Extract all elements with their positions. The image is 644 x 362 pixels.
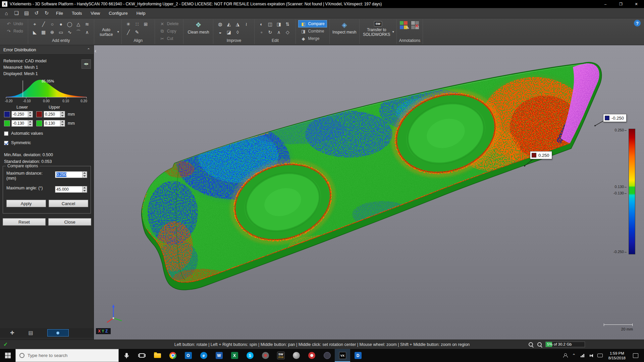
upper-min-color-swatch[interactable]: [36, 120, 42, 126]
cancel-button[interactable]: Cancel: [49, 200, 88, 207]
notification-center-icon[interactable]: [633, 353, 638, 358]
entity-rectangle-icon[interactable]: ▭: [57, 28, 65, 36]
copy-button[interactable]: ⧉ Copy: [157, 27, 181, 35]
start-button[interactable]: [0, 349, 15, 362]
transfer-solidworks-button[interactable]: SW Transfer to SOLIDWORKS ▾: [360, 19, 397, 44]
align-line-icon[interactable]: ╱: [124, 28, 133, 36]
volume-icon[interactable]: [587, 354, 596, 357]
upper-min-value[interactable]: 0.130: [44, 120, 60, 126]
taskbar-app-media[interactable]: [304, 349, 319, 362]
auto-surface-dropdown-icon[interactable]: ▾: [117, 30, 119, 34]
lower-min-input[interactable]: -0.130: [11, 120, 33, 127]
improve-smooth-icon[interactable]: ◭: [224, 20, 233, 28]
taskbar-app-word[interactable]: W: [211, 349, 227, 362]
improve-edges-icon[interactable]: ≀: [242, 20, 251, 28]
taskbar-clock[interactable]: 1:59 PM 8/15/2018: [604, 351, 630, 360]
entity-surface-icon[interactable]: ≋: [83, 20, 92, 28]
histogram-toggle-button[interactable]: ◀|▶: [82, 59, 91, 69]
show-hidden-icons-caret[interactable]: ⌃: [570, 353, 578, 358]
panel-tool-compare-toggle[interactable]: [47, 329, 69, 337]
close-panel-button[interactable]: Close: [48, 218, 91, 226]
entity-triangle-icon[interactable]: ◣: [31, 28, 39, 36]
deviation-annotation-min[interactable]: 0.250: [530, 151, 552, 159]
symmetric-checkbox[interactable]: Symmetric: [4, 140, 31, 145]
checkbox-unchecked[interactable]: [4, 131, 8, 136]
edit-tool-icon[interactable]: ◐: [257, 20, 266, 28]
taskbar-app-outlook[interactable]: O: [180, 349, 196, 362]
lower-max-value[interactable]: -0.250: [12, 111, 28, 117]
edit-tool-icon[interactable]: ▫: [257, 28, 266, 36]
entity-cone-icon[interactable]: △: [74, 20, 83, 28]
edit-tool-icon[interactable]: ◇: [283, 28, 292, 36]
taskbar-app-camera[interactable]: [258, 349, 273, 362]
inspect-mesh-button[interactable]: ◈ Inspect mesh: [330, 19, 360, 44]
lower-min-value[interactable]: -0.130: [12, 120, 28, 126]
taskbar-app-dark[interactable]: [319, 349, 335, 362]
lower-min-color-swatch[interactable]: [4, 120, 10, 126]
align-surface-icon[interactable]: ⊞: [142, 20, 150, 28]
spinner-down-icon[interactable]: [28, 123, 33, 126]
combine-button[interactable]: ◨ Combine: [298, 27, 327, 35]
taskbar-app-solidworks[interactable]: SW 2018: [273, 349, 288, 362]
entity-grid-icon[interactable]: ▦: [39, 28, 48, 36]
spinner-down-icon[interactable]: [60, 123, 65, 126]
entity-circle-icon[interactable]: ○: [48, 20, 57, 28]
add-annotation-icon[interactable]: ✎: [400, 21, 408, 29]
entity-line-icon[interactable]: ╱: [39, 20, 48, 28]
menu-configure[interactable]: Configure: [104, 11, 132, 16]
automatic-values-checkbox[interactable]: Automatic values: [4, 131, 43, 136]
lower-max-input[interactable]: -0.250: [11, 111, 33, 118]
spinner-up-icon[interactable]: [60, 111, 65, 114]
apply-button[interactable]: Apply: [6, 200, 46, 207]
home-icon[interactable]: ⌂: [1, 10, 11, 16]
upper-max-input[interactable]: 0.250: [44, 111, 65, 118]
panel-header[interactable]: Error Distribution ⌃: [0, 45, 94, 55]
microphone-button[interactable]: [119, 349, 134, 362]
checkbox-checked[interactable]: [4, 141, 8, 145]
spinner-up-icon[interactable]: [28, 120, 33, 123]
zoom-out-icon[interactable]: [528, 342, 534, 348]
user-icon[interactable]: [561, 353, 570, 358]
restore-button[interactable]: ❐: [613, 0, 629, 8]
improve-boundary-icon[interactable]: ◒: [216, 28, 224, 36]
entity-vector-icon[interactable]: ∧: [83, 28, 92, 36]
align-points-icon[interactable]: ∷: [133, 20, 142, 28]
help-icon[interactable]: ?: [634, 20, 641, 26]
edit-tool-icon[interactable]: ◫: [266, 20, 274, 28]
delete-button[interactable]: ✕ Delete: [157, 20, 181, 27]
improve-spikes-icon[interactable]: ◊: [233, 28, 242, 36]
menu-help[interactable]: Help: [132, 11, 150, 16]
improve-patch-icon[interactable]: ◪: [224, 28, 233, 36]
taskbar-app-draftsight[interactable]: D: [350, 349, 366, 362]
spinner-up-icon[interactable]: [28, 111, 33, 114]
edit-tool-icon[interactable]: ↻: [266, 28, 274, 36]
panel-tool-list-icon[interactable]: ▤: [29, 330, 33, 336]
viewport-3d[interactable]: ‹ -0.250 0.250 0.250 0.130 -0.130 -0.250…: [94, 45, 644, 340]
undo-button[interactable]: ↶ Undo: [4, 20, 25, 27]
panel-tool-move-icon[interactable]: ✚: [10, 330, 14, 336]
transfer-dropdown-icon[interactable]: ▾: [392, 30, 394, 34]
collapse-section-icon[interactable]: ⌃: [87, 48, 90, 52]
cut-button[interactable]: ✂ Cut: [157, 35, 181, 42]
spinner-down-icon[interactable]: [83, 175, 87, 178]
taskbar-search[interactable]: Type here to search: [15, 349, 119, 362]
compare-button[interactable]: ◧ Compare: [298, 20, 327, 27]
spinner-down-icon[interactable]: [28, 114, 33, 117]
taskbar-app-file-explorer[interactable]: [150, 349, 165, 362]
entity-sphere-icon[interactable]: ⊕: [48, 28, 57, 36]
new-document-icon[interactable]: ❏: [11, 10, 21, 16]
close-button[interactable]: ✕: [629, 0, 644, 8]
upper-max-color-swatch[interactable]: [36, 111, 42, 117]
spinner-up-icon[interactable]: [83, 186, 87, 189]
spinner-up-icon[interactable]: [60, 120, 65, 123]
deviation-annotation-max[interactable]: -0.250: [603, 114, 627, 122]
improve-decimate-icon[interactable]: ◮: [233, 20, 242, 28]
clean-mesh-button[interactable]: ❖ Clean mesh: [183, 19, 213, 44]
taskbar-app-edge[interactable]: e: [196, 349, 211, 362]
entity-curve-icon[interactable]: ∿: [65, 28, 74, 36]
reset-button[interactable]: Reset: [3, 218, 46, 226]
maximum-distance-input[interactable]: 0.250: [55, 171, 87, 178]
delete-annotation-icon[interactable]: ✕: [411, 21, 419, 29]
taskbar-app-skype[interactable]: S: [242, 349, 258, 362]
menu-file[interactable]: File: [52, 11, 67, 16]
